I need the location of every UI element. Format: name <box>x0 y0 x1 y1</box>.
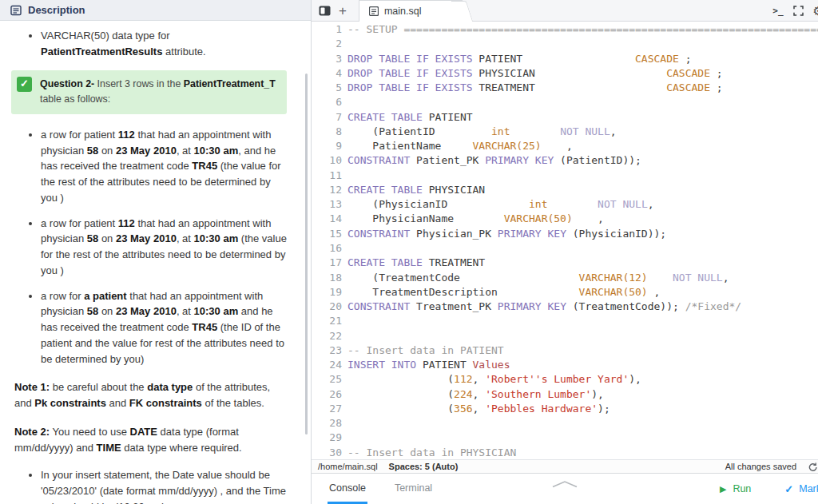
check-icon: ✓ <box>17 77 32 92</box>
line-number: 14 <box>312 212 342 226</box>
tab-title: main.sql <box>384 6 422 17</box>
line-number: 6 <box>312 95 342 109</box>
code-line[interactable]: 20CONSTRAINT Treatment_PK PRIMARY KEY (T… <box>312 300 818 314</box>
code-line[interactable]: 30-- Insert data in PHYSICIAN <box>312 446 818 459</box>
run-label: Run <box>733 483 751 494</box>
scrollbar-thumb[interactable] <box>305 73 308 435</box>
file-path: /home/main.sql <box>318 462 378 471</box>
code-text: CREATE TABLE PATIENT <box>347 111 473 123</box>
bottom-toolbar: Console Terminal ▶ Run ✓ Mark <box>312 473 818 504</box>
line-number: 10 <box>312 153 342 168</box>
code-text: INSERT INTO PATIENT Values <box>347 359 510 371</box>
code-text: (356, 'Pebbles Hardware'); <box>347 403 610 415</box>
editor-status-bar: /home/main.sql Spaces: 5 (Auto) All chan… <box>312 459 818 473</box>
code-text: CONSTRAINT Patient_PK PRIMARY KEY (Patie… <box>347 154 641 166</box>
code-line[interactable]: 12CREATE TABLE PHYSICIAN <box>312 183 818 197</box>
indent-setting[interactable]: Spaces: 5 (Auto) <box>389 462 459 471</box>
tab-bar-actions: >_ ⚙ <box>772 4 818 18</box>
line-number: 29 <box>312 431 342 445</box>
line-number: 23 <box>312 343 342 358</box>
fullscreen-icon[interactable] <box>793 6 804 16</box>
code-line[interactable]: 4DROP TABLE IF EXISTS PHYSICIAN CASCADE … <box>312 66 818 81</box>
mark-button[interactable]: ✓ Mark <box>784 474 818 504</box>
tab-terminal[interactable]: Terminal <box>393 474 434 504</box>
settings-gear-icon[interactable]: ⚙ <box>813 4 818 18</box>
code-line[interactable]: 9 PatientName VARCHAR(25) , <box>312 139 818 153</box>
line-number: 22 <box>312 329 342 343</box>
open-terminal-icon[interactable]: >_ <box>772 6 783 16</box>
line-number: 1 <box>312 22 342 37</box>
code-editor[interactable]: 1-- SETUP ==============================… <box>312 22 818 459</box>
sync-icon <box>808 462 818 472</box>
line-number: 15 <box>312 227 342 241</box>
code-line[interactable]: 6 <box>312 95 818 109</box>
code-line[interactable]: 19 TreatmentDescription VARCHAR(50) , <box>312 285 818 300</box>
code-line[interactable]: 25 (112, 'Robert''s Lumber Yard'), <box>312 372 818 387</box>
line-number: 8 <box>312 125 342 139</box>
line-number: 5 <box>312 81 342 95</box>
description-header[interactable]: Description <box>0 0 311 21</box>
code-text: DROP TABLE IF EXISTS TREATMENT CASCADE ; <box>347 81 723 93</box>
code-line[interactable]: 14 PhysicianName VARCHAR(50) , <box>312 212 818 226</box>
line-number: 9 <box>312 139 342 153</box>
code-text: DROP TABLE IF EXISTS PHYSICIAN CASCADE ; <box>347 67 723 79</box>
code-line[interactable]: 8 (PatientID int NOT NULL, <box>312 125 818 139</box>
list-item: a row for patient 112 that had an appoin… <box>41 216 287 279</box>
tab-console[interactable]: Console <box>328 474 367 504</box>
new-tab-button[interactable]: + <box>339 4 347 18</box>
code-line[interactable]: 5DROP TABLE IF EXISTS TREATMENT CASCADE … <box>312 81 818 95</box>
line-number: 19 <box>312 285 342 300</box>
editor-panel: + main.sql >_ ⚙ 1-- SETUP ==============… <box>312 0 818 504</box>
line-number: 27 <box>312 402 342 416</box>
code-text: TreatmentDescription VARCHAR(50) , <box>347 286 660 298</box>
code-line[interactable]: 26 (224, 'Southern Lumber'), <box>312 387 818 402</box>
line-number: 30 <box>312 446 342 459</box>
line-number: 2 <box>312 37 342 51</box>
mark-label: Mark <box>799 483 818 494</box>
run-button[interactable]: ▶ Run <box>720 474 751 504</box>
code-line[interactable]: 24INSERT INTO PATIENT Values <box>312 358 818 372</box>
line-number: 21 <box>312 314 342 328</box>
note-2: Note 2: You need to use DATE data type (… <box>14 424 287 456</box>
code-line[interactable]: 15CONSTRAINT Physician_PK PRIMARY KEY (P… <box>312 227 818 241</box>
code-line[interactable]: 18 (TreatmentCode VARCHAR(12) NOT NULL, <box>312 271 818 285</box>
code-line[interactable]: 29 <box>312 431 818 445</box>
line-number: 16 <box>312 241 342 256</box>
file-tree-icon[interactable] <box>319 6 331 16</box>
check-icon: ✓ <box>784 483 793 495</box>
tab-main-sql[interactable]: main.sql <box>359 0 463 22</box>
code-text: DROP TABLE IF EXISTS PATIENT CASCADE ; <box>347 53 692 65</box>
code-line[interactable]: 21 <box>312 314 818 328</box>
code-line[interactable]: 2 <box>312 37 818 51</box>
code-line[interactable]: 28 <box>312 416 818 431</box>
list-item: a row for patient 112 that had an appoin… <box>41 127 287 206</box>
line-number: 3 <box>312 52 342 66</box>
code-line[interactable]: 1-- SETUP ==============================… <box>312 22 818 37</box>
line-number: 11 <box>312 169 342 183</box>
code-line[interactable]: 13 (PhysicianID int NOT NULL, <box>312 197 818 212</box>
question-box: ✓ Question 2- Insert 3 rows in the Patie… <box>11 70 287 114</box>
line-number: 28 <box>312 416 342 431</box>
code-line[interactable]: 3DROP TABLE IF EXISTS PATIENT CASCADE ; <box>312 52 818 66</box>
editor-tab-bar: + main.sql >_ ⚙ <box>312 0 818 22</box>
line-number: 13 <box>312 197 342 212</box>
code-line[interactable]: 22 <box>312 329 818 343</box>
line-number: 12 <box>312 183 342 197</box>
collapse-panel-icon[interactable] <box>551 477 578 491</box>
code-text: CONSTRAINT Physician_PK PRIMARY KEY (Phy… <box>347 228 666 240</box>
code-line[interactable]: 11 <box>312 169 818 183</box>
list-item: a row for a patient that had an appointm… <box>41 288 287 367</box>
code-line[interactable]: 27 (356, 'Pebbles Hardware'); <box>312 402 818 416</box>
code-text: (TreatmentCode VARCHAR(12) NOT NULL, <box>347 272 729 284</box>
code-text: -- SETUP ===============================… <box>347 23 818 35</box>
description-title: Description <box>28 4 85 16</box>
code-line[interactable]: 16 <box>312 241 818 256</box>
code-line[interactable]: 23-- Insert data in PATIENT <box>312 343 818 358</box>
code-line[interactable]: 10CONSTRAINT Patient_PK PRIMARY KEY (Pat… <box>312 153 818 168</box>
code-text: (224, 'Southern Lumber'), <box>347 388 604 400</box>
line-number: 25 <box>312 372 342 387</box>
code-line[interactable]: 7CREATE TABLE PATIENT <box>312 110 818 125</box>
code-line[interactable]: 17CREATE TABLE TREATMENT <box>312 256 818 270</box>
description-body: VARCHAR(50) data type for PatientTreatme… <box>0 21 311 504</box>
sql-file-icon <box>369 6 379 16</box>
